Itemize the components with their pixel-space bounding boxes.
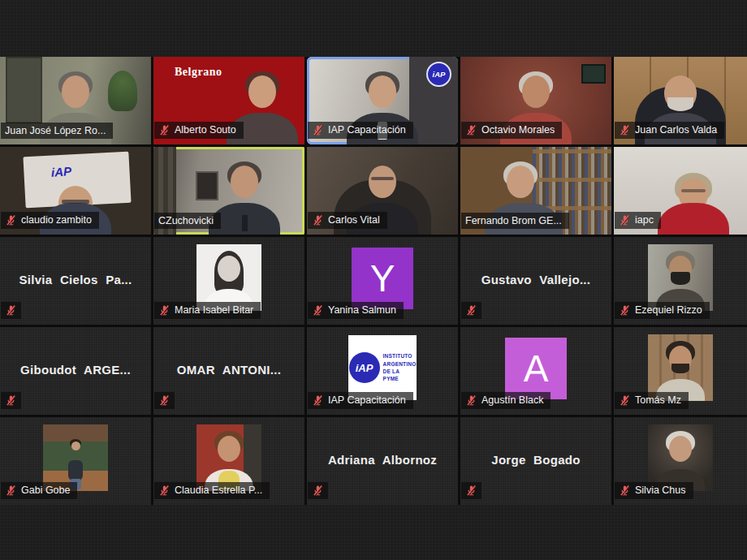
name-label: Ezequiel Rizzo bbox=[615, 302, 710, 319]
participant-name-centered: Gustavo Vallejo... bbox=[460, 273, 611, 286]
participant-name-centered: Adriana Albornoz bbox=[307, 453, 458, 467]
participant-tile-3[interactable]: iAP IAP Capacitación IAP Capacitación bbox=[307, 57, 458, 144]
participant-tile-13[interactable]: Y Yanina Salmun bbox=[307, 237, 458, 325]
muted-mic-icon bbox=[5, 214, 17, 226]
silhouette-face-detail bbox=[62, 200, 89, 204]
silhouette-face-detail bbox=[371, 177, 394, 180]
participant-tile-19[interactable]: A Agustín Black bbox=[460, 327, 611, 415]
name-label: IAP Capacitación bbox=[308, 122, 413, 139]
silhouette-torso-detail bbox=[242, 215, 248, 231]
silhouette-face-detail bbox=[681, 189, 706, 192]
photo-face-detail bbox=[671, 364, 689, 373]
participant-tile-25[interactable]: Silvia Chus Silvia Chus bbox=[614, 417, 747, 505]
participant-name: claudio zambito bbox=[21, 214, 92, 226]
muted-mic-icon bbox=[158, 485, 171, 497]
participant-grid: Juan José López Ro... Juan José López Ro… bbox=[0, 57, 747, 505]
participant-tile-7[interactable]: CZuchovicki CZuchovicki bbox=[153, 147, 304, 235]
iap-logo-text: INSTITUTO ARGENTINO DE LA PYME bbox=[383, 352, 417, 383]
name-label: Claudia Estrella P... bbox=[154, 482, 270, 499]
muted-mic-icon bbox=[158, 394, 171, 407]
photo-head bbox=[71, 442, 80, 450]
participant-name: Carlos Vital bbox=[328, 214, 380, 226]
participant-name: IAP Capacitación bbox=[328, 394, 406, 406]
muted-mic-icon bbox=[312, 394, 324, 407]
participant-tile-21[interactable]: Gabi Gobe Gabi Gobe bbox=[0, 417, 151, 505]
silhouette-head bbox=[62, 75, 89, 108]
iap-logo-avatar: iAP INSTITUTO ARGENTINO DE LA PYME bbox=[348, 335, 417, 400]
name-label: Agustín Black bbox=[461, 392, 551, 409]
top-bar bbox=[0, 0, 747, 57]
name-label: Tomás Mz bbox=[615, 392, 689, 409]
name-label: CZuchovicki bbox=[154, 213, 221, 229]
participant-tile-15[interactable]: Ezequiel Rizzo Ezequiel Rizzo bbox=[614, 237, 747, 325]
silhouette-head bbox=[231, 166, 258, 198]
photo-head bbox=[669, 436, 692, 462]
silhouette-head bbox=[522, 75, 550, 108]
profile-photo bbox=[648, 244, 713, 311]
participant-tile-10[interactable]: iapc iapc bbox=[614, 147, 747, 235]
participant-tile-23[interactable]: Adriana Albornoz Adriana Albornoz bbox=[307, 417, 458, 505]
silhouette-torso bbox=[658, 203, 729, 235]
muted-mic-icon bbox=[465, 394, 477, 407]
participant-name: Claudia Estrella P... bbox=[175, 485, 262, 496]
silhouette-face-detail bbox=[667, 97, 693, 111]
participant-name: Ezequiel Rizzo bbox=[635, 304, 702, 316]
muted-mic-icon bbox=[158, 304, 171, 317]
background-logo-text: Belgrano bbox=[175, 66, 222, 79]
photo-face-detail bbox=[671, 272, 690, 285]
participant-name: Alberto Souto bbox=[175, 124, 236, 136]
participant-tile-18[interactable]: iAP INSTITUTO ARGENTINO DE LA PYME IAP C… bbox=[307, 327, 458, 415]
participant-tile-11[interactable]: Silvia Cielos Pa... Silvia Cielos Pa... bbox=[0, 237, 151, 325]
participant-name-centered: Silvia Cielos Pa... bbox=[0, 273, 151, 286]
name-label: Maria Isabel Bitar bbox=[154, 302, 261, 319]
participant-tile-8[interactable]: Carlos Vital Carlos Vital bbox=[307, 147, 458, 235]
profile-photo bbox=[43, 424, 108, 491]
participant-tile-5[interactable]: Juan Carlos Valda Juan Carlos Valda bbox=[614, 57, 747, 144]
muted-mic-icon bbox=[312, 485, 324, 497]
name-label: Jorge Bogado bbox=[461, 482, 481, 499]
participant-tile-17[interactable]: OMAR ANTONI... OMAR ANTONI... bbox=[153, 327, 304, 415]
participant-tile-14[interactable]: Gustavo Vallejo... Gustavo Vallejo... bbox=[460, 237, 611, 325]
participant-tile-1[interactable]: Juan José López Ro... Juan José López Ro… bbox=[0, 57, 151, 144]
photo-torso bbox=[68, 460, 83, 480]
muted-mic-icon bbox=[619, 304, 631, 317]
letter-avatar: A bbox=[505, 338, 567, 399]
name-label: OMAR ANTONI... bbox=[154, 392, 175, 409]
name-label: Fernando Brom GE... bbox=[461, 213, 569, 229]
name-label: Octavio Morales bbox=[461, 122, 562, 139]
participant-tile-22[interactable]: Claudia Estrella P... Claudia Estrella P… bbox=[153, 417, 304, 505]
participant-name: Fernando Brom GE... bbox=[465, 215, 562, 226]
name-label: Juan José López Ro... bbox=[1, 123, 113, 139]
participant-tile-16[interactable]: Giboudot ARGE... Giboudot ARGE... bbox=[0, 327, 151, 415]
silhouette-head bbox=[507, 166, 534, 198]
name-label: IAP Capacitación bbox=[308, 392, 413, 409]
iap-logo-mark: iAP bbox=[349, 352, 380, 383]
participant-name: Juan Carlos Valda bbox=[635, 124, 717, 136]
participant-name: Silvia Chus bbox=[635, 485, 686, 496]
photo-head bbox=[218, 436, 240, 462]
participant-tile-9[interactable]: Fernando Brom GE... Fernando Brom GE... bbox=[460, 147, 611, 235]
participant-tile-12[interactable]: Maria Isabel Bitar Maria Isabel Bitar bbox=[153, 237, 304, 325]
name-label: Gustavo Vallejo... bbox=[461, 302, 481, 319]
name-label: Silvia Cielos Pa... bbox=[1, 302, 21, 319]
silhouette-head bbox=[369, 166, 396, 198]
muted-mic-icon bbox=[465, 124, 477, 136]
name-label: claudio zambito bbox=[1, 212, 99, 229]
participant-name-centered: OMAR ANTONI... bbox=[153, 363, 304, 377]
participant-tile-20[interactable]: Tomás Mz Tomás Mz bbox=[614, 327, 747, 415]
profile-photo bbox=[648, 424, 713, 491]
muted-mic-icon bbox=[5, 304, 17, 317]
participant-name: Maria Isabel Bitar bbox=[175, 304, 253, 316]
participant-name: Agustín Black bbox=[481, 394, 543, 406]
participant-name: iapc bbox=[635, 214, 654, 226]
participant-tile-24[interactable]: Jorge Bogado Jorge Bogado bbox=[460, 417, 611, 505]
muted-mic-icon bbox=[619, 394, 631, 407]
name-label: Giboudot ARGE... bbox=[1, 392, 21, 409]
name-label: Adriana Albornoz bbox=[308, 482, 328, 499]
participant-tile-2[interactable]: Belgrano Alberto Souto bbox=[153, 57, 304, 144]
participant-tile-4[interactable]: Octavio Morales Octavio Morales bbox=[460, 57, 611, 144]
avatar-letter: A bbox=[524, 347, 549, 390]
participant-tile-6[interactable]: iAP claudio zambito bbox=[0, 147, 151, 235]
muted-mic-icon bbox=[312, 124, 324, 136]
participant-name-centered: Giboudot ARGE... bbox=[0, 363, 151, 377]
